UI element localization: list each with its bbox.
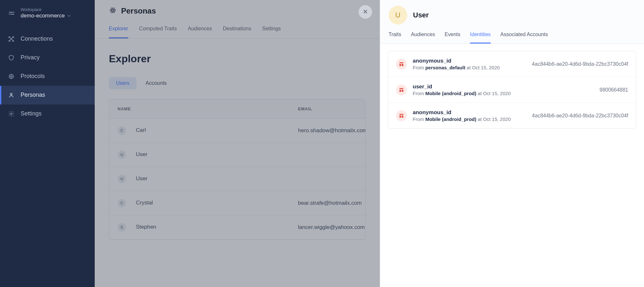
nav-connections[interactable]: Connections [0, 30, 95, 48]
modal-backdrop[interactable] [95, 0, 380, 287]
identity-key: anonymous_id [413, 58, 526, 64]
svg-point-8 [10, 93, 12, 95]
svg-rect-18 [399, 90, 401, 92]
svg-rect-19 [402, 90, 403, 92]
svg-rect-21 [399, 115, 401, 118]
identity-icon [396, 84, 407, 95]
nav-label: Privacy [21, 54, 40, 61]
user-detail-drawer: U User Traits Audiences Events Identitie… [380, 0, 644, 287]
svg-point-4 [9, 40, 10, 42]
connections-icon [8, 35, 15, 43]
identity-key: user_id [413, 84, 594, 90]
svg-point-9 [11, 113, 12, 114]
workspace-name: demo-ecommerce [21, 12, 65, 19]
nav-label: Settings [21, 110, 42, 117]
workspace-label: Workspace [21, 7, 71, 12]
identity-source: From personas_default at Oct 15, 2020 [413, 65, 526, 70]
nav-privacy[interactable]: Privacy [0, 48, 95, 67]
identity-row[interactable]: user_id From Mobile (android_prod) at Oc… [388, 77, 636, 103]
nav-personas[interactable]: Personas [0, 86, 95, 104]
svg-point-5 [13, 40, 14, 42]
drawer-tab-audiences[interactable]: Audiences [411, 28, 435, 44]
identity-key: anonymous_id [413, 109, 526, 116]
gear-icon [8, 110, 15, 117]
drawer-tab-associated-accounts[interactable]: Associated Accounts [500, 28, 548, 44]
workspace-switcher[interactable]: Workspace demo-ecommerce [0, 3, 95, 26]
main-content: Personas Explorer Computed Traits Audien… [95, 0, 380, 287]
nav-settings[interactable]: Settings [0, 104, 95, 123]
drawer-tab-traits[interactable]: Traits [389, 28, 401, 44]
identity-row[interactable]: anonymous_id From personas_default at Oc… [388, 51, 636, 77]
drawer-title: User [413, 11, 429, 19]
personas-icon [8, 92, 15, 99]
primary-nav: Connections Privacy Protocols Personas S… [0, 30, 95, 123]
nav-label: Protocols [21, 73, 45, 80]
left-sidebar: Workspace demo-ecommerce Connections Pri… [0, 0, 95, 287]
drawer-tabs: Traits Audiences Events Identities Assoc… [380, 28, 644, 44]
identity-value: 4ac844b6-ae20-4d6d-9bda-22bc3730c04f [532, 113, 628, 119]
identity-value: 9800664881 [600, 87, 628, 93]
close-icon [363, 8, 368, 16]
close-drawer-button[interactable] [359, 5, 372, 19]
identities-list: anonymous_id From personas_default at Oc… [388, 51, 636, 129]
identity-source: From Mobile (android_prod) at Oct 15, 20… [413, 91, 594, 96]
nav-label: Personas [21, 92, 45, 98]
protocols-icon [8, 73, 15, 80]
identity-source: From Mobile (android_prod) at Oct 15, 20… [413, 116, 526, 122]
svg-point-0 [14, 12, 14, 13]
svg-point-2 [9, 36, 10, 38]
svg-rect-20 [399, 114, 403, 115]
chevron-down-icon [67, 12, 71, 19]
identity-icon [396, 59, 407, 70]
drawer-tab-identities[interactable]: Identities [470, 28, 491, 44]
identity-row[interactable]: anonymous_id From Mobile (android_prod) … [388, 103, 636, 128]
nav-label: Connections [21, 35, 53, 42]
identity-icon [396, 110, 407, 121]
shield-icon [8, 54, 15, 61]
segment-logo-icon [7, 9, 16, 18]
svg-rect-22 [402, 115, 403, 118]
svg-point-3 [13, 36, 14, 38]
drawer-tab-events[interactable]: Events [445, 28, 460, 44]
svg-rect-14 [399, 62, 403, 63]
user-avatar: U [389, 6, 407, 25]
svg-rect-16 [402, 64, 403, 66]
svg-point-1 [9, 14, 10, 15]
identity-value: 4ac844b6-ae20-4d6d-9bda-22bc3730c04f [532, 61, 628, 67]
nav-protocols[interactable]: Protocols [0, 67, 95, 86]
svg-rect-17 [399, 88, 403, 89]
svg-rect-15 [399, 64, 401, 66]
svg-point-7 [11, 75, 12, 77]
